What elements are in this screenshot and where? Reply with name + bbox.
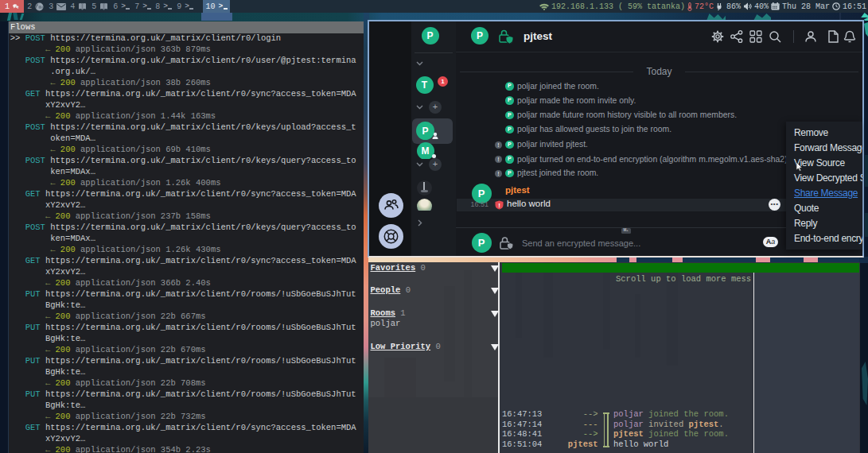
- svg-text:!: !: [498, 201, 500, 208]
